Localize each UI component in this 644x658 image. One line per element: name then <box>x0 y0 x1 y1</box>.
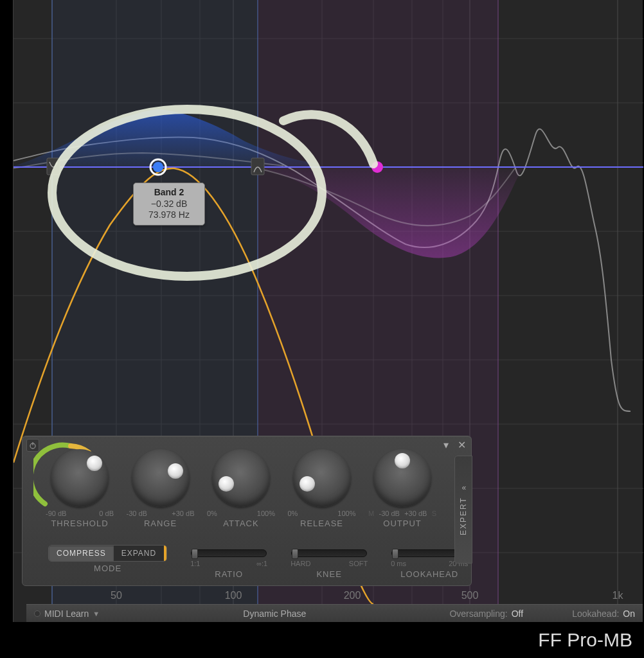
ratio-label: RATIO <box>215 569 243 579</box>
lookahead-button[interactable]: Lookahead: On <box>572 609 635 619</box>
release-label: RELEASE <box>300 519 343 528</box>
threshold-knob[interactable] <box>51 449 109 507</box>
plugin-window: 50 100 200 500 1k Band 2 −0.32 dB 73.978… <box>13 0 643 622</box>
panel-close-icon[interactable]: ✕ <box>456 439 467 450</box>
band-controls-panel: ▾ ✕ -90 dB 0 dB THRESHOLD <box>22 436 472 586</box>
knee-label: KNEE <box>316 569 341 579</box>
freq-label-200: 200 <box>344 590 361 601</box>
output-knob[interactable] <box>373 449 431 507</box>
led-icon <box>34 610 40 617</box>
release-knob[interactable] <box>293 449 351 507</box>
mode-segmented: COMPRESS EXPAND <box>48 545 167 562</box>
threshold-label: THRESHOLD <box>51 519 108 528</box>
oversampling-button[interactable]: Oversampling: Off <box>449 609 523 619</box>
mode-indicator <box>164 546 166 561</box>
tooltip-hz: 73.978 Hz <box>138 209 201 221</box>
tooltip-db: −0.32 dB <box>138 199 201 210</box>
attack-label: ATTACK <box>223 519 258 528</box>
panel-menu-icon[interactable]: ▾ <box>440 439 452 450</box>
band-tooltip: Band 2 −0.32 dB 73.978 Hz <box>133 182 205 226</box>
chevron-right-icon: » <box>461 484 467 493</box>
crossover-handle-right[interactable] <box>251 158 264 175</box>
phase-mode-button[interactable]: Dynamic Phase <box>243 609 306 619</box>
mode-compress-button[interactable]: COMPRESS <box>49 546 114 561</box>
svg-rect-24 <box>251 158 264 175</box>
mode-label: MODE <box>94 564 121 573</box>
product-name: FF Pro-MB <box>0 622 644 658</box>
lookahead-label: LOOKAHEAD <box>400 569 458 579</box>
ratio-slider[interactable] <box>191 549 267 557</box>
footer-bar: MIDI Learn ▼ Dynamic Phase Oversampling:… <box>26 604 643 622</box>
range-label: RANGE <box>144 519 177 528</box>
attack-knob[interactable] <box>212 449 270 507</box>
knee-slider[interactable] <box>291 549 367 557</box>
mode-expand-button[interactable]: EXPAND <box>114 546 164 561</box>
svg-point-26 <box>153 162 163 172</box>
freq-label-100: 100 <box>225 590 242 601</box>
chevron-down-icon: ▼ <box>93 610 100 618</box>
band-power-button[interactable] <box>26 439 39 452</box>
output-label: OUTPUT <box>383 519 421 528</box>
freq-label-1k: 1k <box>613 590 624 601</box>
tooltip-title: Band 2 <box>138 187 201 199</box>
midi-learn-button[interactable]: MIDI Learn ▼ <box>34 609 100 619</box>
range-knob[interactable] <box>132 449 190 507</box>
expert-toggle[interactable]: EXPERT» <box>454 456 472 564</box>
freq-label-500: 500 <box>461 590 479 601</box>
freq-label-50: 50 <box>111 590 122 601</box>
